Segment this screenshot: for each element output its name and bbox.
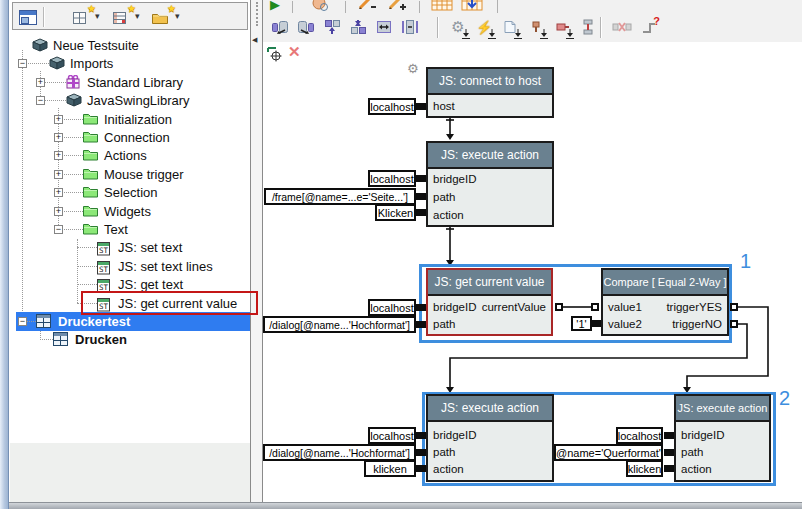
expand-expander[interactable]: +: [54, 115, 63, 124]
folder-icon: [83, 148, 98, 164]
value-box-action[interactable]: klicken: [626, 460, 663, 477]
node-settings-gear-icon[interactable]: ⚙: [407, 61, 419, 76]
edit-remove-icon[interactable]: [357, 0, 379, 12]
export-page-button[interactable]: [498, 15, 522, 39]
folder-icon: [83, 112, 98, 128]
chevron-down-icon[interactable]: ▾: [175, 11, 180, 21]
export-action-button[interactable]: ⚡: [472, 15, 496, 39]
tree-item-text[interactable]: −Text: [10, 220, 250, 239]
connector-clamp-button[interactable]: [576, 15, 600, 39]
node-execute-action-3[interactable]: JS: execute action bridgeID path action: [674, 394, 771, 482]
grid-icon: [36, 314, 51, 331]
node-connect-to-host[interactable]: JS: connect to host host: [426, 67, 554, 118]
package-icon: [49, 56, 65, 73]
export-tag-button[interactable]: [550, 15, 574, 39]
value-box-path[interactable]: /dialog[@name...'Hochformat']: [263, 316, 416, 333]
expand-expander[interactable]: +: [54, 207, 63, 216]
export-settings-button[interactable]: ⚙: [446, 15, 470, 39]
export-pin-button[interactable]: [524, 15, 548, 39]
input-connector: [664, 465, 674, 472]
diagram-canvas[interactable]: ✕ 1 2 ⚙ JS: connect to host: [263, 42, 802, 502]
chevron-down-icon[interactable]: ▾: [95, 11, 100, 21]
tree-item-mouse-trigger[interactable]: +Mouse trigger: [10, 165, 250, 184]
debug-connection-button[interactable]: ?: [638, 15, 662, 39]
node-execute-action-2[interactable]: JS: execute action bridgeID path action: [426, 394, 554, 482]
value-box-constant[interactable]: '1': [571, 316, 592, 331]
tree-item-initialization[interactable]: +Initialization: [10, 110, 250, 129]
value-box-action[interactable]: klicken: [364, 460, 416, 477]
value-box-path[interactable]: /dialog[@name...'Hochformat']: [263, 444, 416, 461]
pin-action: action: [433, 463, 464, 475]
expand-expander[interactable]: +: [54, 133, 63, 142]
collapse-expander[interactable]: −: [18, 317, 27, 326]
tree-connector: [40, 339, 53, 340]
node-title: JS: connect to host: [428, 69, 552, 95]
input-connector: [416, 193, 426, 200]
panel-splitter[interactable]: ◀: [250, 0, 262, 502]
folder-icon: [83, 222, 98, 238]
value-box-action[interactable]: Klicken: [375, 204, 416, 221]
input-connector: [416, 304, 426, 311]
chevron-down-icon[interactable]: ▾: [135, 11, 140, 21]
step-into-node-button[interactable]: [268, 15, 292, 39]
table-icon[interactable]: [431, 0, 453, 12]
move-mode-icon[interactable]: [266, 45, 284, 63]
expand-expander[interactable]: +: [54, 151, 63, 160]
insert-below-button[interactable]: [346, 15, 370, 39]
tree-item-label: Text: [104, 220, 128, 239]
collapse-expander[interactable]: −: [36, 96, 45, 105]
table-import-icon[interactable]: [461, 0, 483, 12]
new-folder-icon: [152, 11, 168, 24]
expand-expander[interactable]: +: [54, 188, 63, 197]
input-connector: [664, 432, 674, 439]
node-compare-equal-2way[interactable]: Compare [ Equal 2-Way ] value1triggerYES…: [601, 268, 729, 336]
value-box-bridgeid[interactable]: localhost: [616, 427, 663, 444]
new-folder-button[interactable]: ★: [149, 7, 171, 27]
tree-item-imports[interactable]: −Imports: [10, 54, 250, 73]
value-box-bridgeid[interactable]: localhost: [368, 427, 416, 444]
pin-action: action: [433, 209, 464, 221]
remove-connection-button[interactable]: [610, 15, 634, 39]
tree-item-widgets[interactable]: +Widgets: [10, 202, 250, 221]
tree-item-drucken[interactable]: Drucken: [10, 330, 250, 349]
tree-item-connection[interactable]: +Connection: [10, 128, 250, 147]
insert-above-button[interactable]: [320, 15, 344, 39]
tree-item-standard-library[interactable]: +Standard Library: [10, 73, 250, 92]
window-frame-bottom: [0, 502, 802, 509]
tree-item-selection[interactable]: +Selection: [10, 183, 250, 202]
tree-item-javaswinglibrary[interactable]: −JavaSwingLibrary: [10, 91, 250, 110]
new-testcase-button[interactable]: ★: [69, 7, 91, 27]
expand-expander[interactable]: +: [54, 170, 63, 179]
new-sequence-button[interactable]: ★: [109, 7, 131, 27]
value-box-path[interactable]: [@name='Querformat']: [554, 444, 663, 461]
step-out-node-button[interactable]: [294, 15, 318, 39]
tree-item-neue-testsuite[interactable]: Neue Testsuite: [10, 36, 250, 55]
node-execute-action-1[interactable]: JS: execute action bridgeID path action: [426, 141, 554, 227]
value-box-bridgeid[interactable]: localhost: [368, 299, 416, 316]
tree-item-label: Drucken: [75, 330, 127, 349]
tree-item-label: Selection: [104, 183, 157, 202]
value-box-bridgeid[interactable]: localhost: [368, 170, 416, 187]
value-box-host[interactable]: localhost: [368, 98, 416, 115]
panel-filler: [10, 443, 250, 502]
run-icon[interactable]: ▶: [270, 0, 280, 12]
node-get-current-value[interactable]: JS: get current value bridgeIDcurrentVal…: [426, 268, 553, 336]
tree-item-actions[interactable]: +Actions: [10, 146, 250, 165]
input-connector: [416, 103, 426, 110]
tree-item-js-set-text-lines[interactable]: STJS: set text lines: [10, 257, 250, 276]
collapse-expander[interactable]: −: [18, 59, 27, 68]
value-box-path[interactable]: /frame[@name=...e='Seite...']: [264, 188, 416, 205]
collapse-panel-icon[interactable]: ◀: [252, 36, 257, 44]
node-title: JS: execute action: [428, 396, 552, 422]
hand-search-icon[interactable]: [311, 0, 329, 12]
svg-text:ST: ST: [99, 246, 109, 255]
toggle-view-button[interactable]: [17, 7, 39, 27]
edit-add-icon[interactable]: [387, 0, 409, 12]
delete-icon[interactable]: ✕: [288, 43, 301, 61]
node-title: JS: execute action: [428, 143, 552, 169]
tree-item-js-set-text[interactable]: STJS: set text: [10, 238, 250, 257]
expand-expander[interactable]: +: [36, 78, 45, 87]
fit-node-button[interactable]: [398, 15, 422, 39]
collapse-expander[interactable]: −: [54, 225, 63, 234]
expand-node-button[interactable]: [372, 15, 396, 39]
